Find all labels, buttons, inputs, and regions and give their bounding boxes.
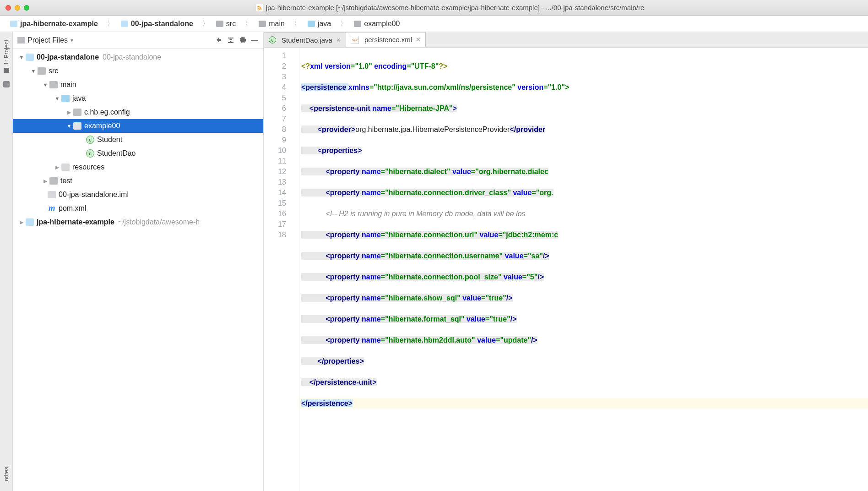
class-icon: c [86,136,94,144]
tree-node-package[interactable]: ▶c.hb.eg.config [13,105,263,119]
tool-tab-label: 1: Project [3,40,10,65]
tree-node-resources[interactable]: ▶resources [13,160,263,174]
tree-node-module[interactable]: ▼00-jpa-standalone00-jpa-standalone [13,50,263,64]
tree-node-main[interactable]: ▼main [13,78,263,92]
breadcrumb-label: 00-jpa-standalone [131,20,193,28]
window-title-text: jpa-hibernate-example [~/jstobigdata/awe… [266,4,645,11]
tree-node-pom[interactable]: mpom.xml [13,202,263,215]
tree-node-class[interactable]: cStudent [13,133,263,147]
xml-icon: </> [351,36,359,44]
tree-label: 00-jpa-standalone [37,50,99,64]
tree-label: main [60,78,76,92]
window-title: jpa-hibernate-example [~/jstobigdata/awe… [38,4,863,11]
class-icon: c [86,149,94,158]
window-controls [5,5,29,11]
code-area[interactable]: 123456789101112131415161718 <?xml versio… [264,48,868,491]
breadcrumb-label: main [269,20,285,28]
module-icon [121,21,128,27]
folder-icon [216,21,223,27]
resources-icon [61,164,70,171]
tree-label: Student [97,133,122,147]
line-number-gutter: 123456789101112131415161718 [264,48,290,491]
left-stripe: 1: Project orites [0,32,13,491]
breadcrumb-label: example00 [364,20,400,28]
tab-label: persistence.xml [364,36,412,44]
source-folder-icon [308,21,315,27]
tree-label: c.hb.eg.config [84,105,130,119]
close-window-icon[interactable] [5,5,11,11]
breadcrumb-item[interactable]: 00-jpa-standalone [103,16,198,32]
package-icon [73,109,81,116]
minimize-window-icon[interactable] [15,5,20,11]
tree-label: 00-jpa-standalone.iml [59,188,129,202]
breadcrumb-item[interactable]: example00 [336,16,404,32]
tool-tab-project[interactable]: 1: Project [0,36,12,77]
package-icon [73,122,81,130]
collapse-all-icon[interactable] [227,36,235,44]
tree-label: src [49,64,58,78]
tree-label: jpa-hibernate-example [37,215,114,229]
class-icon: c [269,36,276,44]
tree-node-package-selected[interactable]: ▼example00 [13,119,263,133]
tree-label: java [72,92,86,105]
window-titlebar: jpa-hibernate-example [~/jstobigdata/awe… [0,0,868,16]
close-tab-icon[interactable]: ✕ [416,36,421,43]
module-icon [10,21,17,27]
files-icon [17,37,25,44]
project-icon [4,68,9,73]
editor-tab-active[interactable]: </> persistence.xml ✕ [346,32,426,47]
breadcrumb-label: jpa-hibernate-example [20,20,98,28]
tree-node-module[interactable]: ▶jpa-hibernate-example~/jstobigdata/awes… [13,215,263,229]
tree-label: StudentDao [97,147,136,160]
editor-tabs: c StudentDao.java ✕ </> persistence.xml … [264,32,868,48]
tool-tab-favorites[interactable]: orites [0,463,12,486]
module-icon [26,54,34,61]
breadcrumb-item[interactable]: src [198,16,240,32]
project-view-label: Project Files [27,36,68,44]
folder-icon [49,81,58,88]
editor-area: c StudentDao.java ✕ </> persistence.xml … [264,32,868,491]
navigation-bar: jpa-hibernate-example 00-jpa-standalone … [0,16,868,32]
maven-icon: m [48,204,56,213]
tree-path: ~/jstobigdata/awesome-h [118,215,200,229]
project-tool-window: Project Files ▾ — ▼00-jpa-standalone00-j… [13,32,264,491]
close-tab-icon[interactable]: ✕ [336,37,341,44]
scroll-from-source-icon[interactable] [215,36,223,44]
tree-node-class[interactable]: cStudentDao [13,147,263,160]
tree-label: pom.xml [59,202,86,215]
module-icon [26,218,34,226]
folder-icon [49,177,58,185]
breadcrumb-item[interactable]: main [240,16,289,32]
project-tree[interactable]: ▼00-jpa-standalone00-jpa-standalone ▼src… [13,49,263,491]
tree-node-java[interactable]: ▼java [13,92,263,105]
tree-path: 00-jpa-standalone [103,50,161,64]
tree-node-test[interactable]: ▶test [13,174,263,188]
hide-icon[interactable]: — [250,36,259,44]
tree-node-src[interactable]: ▼src [13,64,263,78]
editor-tab[interactable]: c StudentDao.java ✕ [264,32,346,47]
breadcrumb-item[interactable]: jpa-hibernate-example [5,16,103,32]
tree-label: test [60,174,72,188]
rss-icon [256,4,263,11]
stripe-icon [3,81,10,87]
breadcrumb-label: src [226,20,236,28]
fold-gutter[interactable] [290,48,299,491]
tree-label: example00 [84,119,120,133]
code-text[interactable]: <?xml version="1.0" encoding="UTF-8"?> <… [299,48,868,491]
project-view-selector[interactable]: Project Files ▾ [17,36,73,44]
breadcrumb-item[interactable]: java [289,16,336,32]
folder-icon [259,21,266,27]
folder-icon [38,67,46,75]
file-icon [48,191,56,198]
tab-label: StudentDao.java [282,36,332,44]
chevron-down-icon: ▾ [71,37,73,44]
breadcrumb-label: java [318,20,331,28]
gear-icon[interactable] [239,36,247,44]
package-icon [354,21,361,27]
tree-label: resources [72,160,104,174]
tree-node-file[interactable]: 00-jpa-standalone.iml [13,188,263,202]
zoom-window-icon[interactable] [24,5,29,11]
source-folder-icon [61,95,70,102]
project-header: Project Files ▾ — [13,32,263,49]
